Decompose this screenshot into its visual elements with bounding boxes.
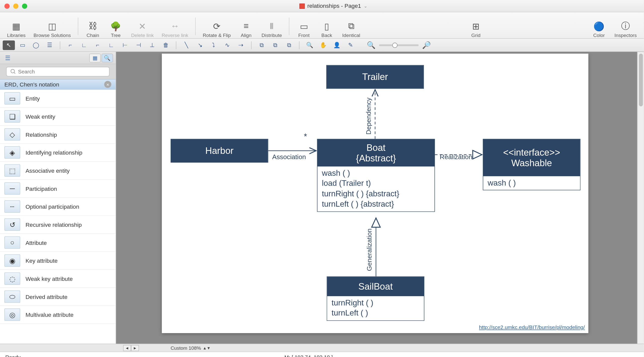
dist-icon: ⫴ <box>265 20 278 32</box>
status-bar: Ready M: [ 192.74, 102.10 ] <box>0 351 644 357</box>
library-header[interactable]: ERD, Chen's notation × <box>0 79 116 90</box>
vertical-scrollbar[interactable] <box>637 52 644 344</box>
toolbar-chain-button[interactable]: ⛓Chain <box>82 14 104 38</box>
shape-item-participation[interactable]: ─Participation <box>0 180 116 198</box>
toolbar-grid-button[interactable]: ⊞Grid <box>465 14 487 38</box>
toolbar-identical-button[interactable]: ⧉Identical <box>339 14 364 38</box>
tool-line1-button[interactable]: ╲ <box>180 40 193 50</box>
close-window-icon[interactable] <box>4 3 10 9</box>
toolbar-tree-button[interactable]: 🌳Tree <box>105 14 127 38</box>
tool-hand-button[interactable]: ✋ <box>317 40 329 50</box>
tool-zoom-tool-button[interactable]: 🔍 <box>303 40 316 50</box>
tool-eyedrop-button[interactable]: ✎ <box>344 40 357 50</box>
tool-conn3-button[interactable]: ⌐ <box>92 40 104 50</box>
shape-glyph-icon: ◈ <box>4 146 20 159</box>
toolbar-label: Rotate & Flip <box>203 32 231 37</box>
toolbar-color-button[interactable]: 🔵Color <box>588 14 610 38</box>
page-nav: ◄ ► <box>123 345 139 351</box>
maximize-window-icon[interactable] <box>22 3 27 9</box>
uml-class-boat[interactable]: Boat {Abstract} wash ( )load (Trailer t)… <box>317 139 435 211</box>
tool-line2-button[interactable]: ↘ <box>194 40 206 50</box>
shape-item-identifying-relationship[interactable]: ◈Identifying relationship <box>0 144 116 162</box>
tool-conn7-button[interactable]: ⊥ <box>146 40 158 50</box>
canvas-area[interactable]: Trailer Harbor Boat {Abstract} wash ( )l… <box>116 52 644 344</box>
zoom-in-icon[interactable]: 🔎 <box>422 41 431 49</box>
tool-conn4-button[interactable]: ∟ <box>105 40 117 50</box>
library-panel-icon[interactable]: ☰ <box>3 53 13 62</box>
zoom-control[interactable]: Custom 108% ▲▼ <box>171 345 211 350</box>
search-input[interactable] <box>6 67 109 76</box>
shape-item-recursive-relationship[interactable]: ↺Recursive relationship <box>0 216 116 234</box>
shape-item-label: Weak key attribute <box>25 275 73 282</box>
tool-person-button[interactable]: 👤 <box>331 40 343 50</box>
shape-item-optional-participation[interactable]: ┄Optional participation <box>0 198 116 216</box>
tool-line4-button[interactable]: ∿ <box>221 40 233 50</box>
tool-conn6-button[interactable]: ⊣ <box>132 40 145 50</box>
tree-icon: 🌳 <box>109 20 122 32</box>
shape-item-associative-entity[interactable]: ⬚Associative entity <box>0 162 116 180</box>
ident-icon: ⧉ <box>345 20 358 32</box>
zoom-stepper-icon[interactable]: ▲▼ <box>203 346 211 350</box>
grid-icon: ⊞ <box>469 20 482 32</box>
tool-conn1-button[interactable]: ⌐ <box>64 40 76 50</box>
tool-conn5-button[interactable]: ⊢ <box>119 40 131 50</box>
page-prev-button[interactable]: ◄ <box>123 345 131 351</box>
uml-class-trailer[interactable]: Trailer <box>326 65 424 89</box>
shape-item-label: Entity <box>25 95 40 102</box>
tool-group1-button[interactable]: ⧉ <box>256 40 268 50</box>
toolbar-label: Delete link <box>131 32 154 37</box>
shape-glyph-icon: ◎ <box>4 308 20 321</box>
toolbar-libraries-button[interactable]: ▦Libraries <box>4 14 29 38</box>
toolbar-align-button[interactable]: ≡Align <box>235 14 257 38</box>
shape-glyph-icon: ▭ <box>4 92 20 105</box>
toolbar-front-button[interactable]: ▭Front <box>293 14 315 38</box>
toolbar-browse-solutions-button[interactable]: ◫Browse Solutions <box>30 14 74 38</box>
shape-glyph-icon: ○ <box>4 236 20 249</box>
shape-item-label: Optional participation <box>25 203 79 210</box>
source-link[interactable]: http://sce2.umkc.edu/BIT/burrise/pl/mode… <box>479 324 585 330</box>
tool-text-button[interactable]: ☰ <box>44 40 56 50</box>
window-controls <box>4 3 27 9</box>
minimize-window-icon[interactable] <box>13 3 18 9</box>
grid-view-button[interactable]: ▦ <box>89 53 101 62</box>
uml-class-harbor[interactable]: Harbor <box>171 139 268 162</box>
page-canvas[interactable]: Trailer Harbor Boat {Abstract} wash ( )l… <box>162 54 588 333</box>
shape-item-weak-entity[interactable]: ❏Weak entity <box>0 108 116 126</box>
tool-ellipse-button[interactable]: ◯ <box>30 40 42 50</box>
browse-icon: ◫ <box>46 20 59 32</box>
shape-item-relationship[interactable]: ◇Relationship <box>0 126 116 144</box>
zoom-slider[interactable] <box>379 44 419 46</box>
window-title-text: relationships - Page1 <box>307 3 361 9</box>
shape-item-label: Attribute <box>25 239 47 246</box>
tool-pointer-button[interactable]: ↖ <box>3 40 15 50</box>
tool-line3-button[interactable]: ⤵ <box>208 40 220 50</box>
tool-rect-button[interactable]: ▭ <box>16 40 29 50</box>
shape-item-label: Key attribute <box>25 257 58 264</box>
search-mode-button[interactable]: 🔍 <box>102 53 113 62</box>
uml-class-sailboat[interactable]: SailBoat turnRight ( )turnLeft ( ) <box>327 276 424 321</box>
close-library-icon[interactable]: × <box>104 81 111 88</box>
toolbar-back-button[interactable]: ▯Back <box>316 14 338 38</box>
tool-line5-button[interactable]: ⇢ <box>235 40 247 50</box>
shape-item-attribute[interactable]: ○Attribute <box>0 234 116 252</box>
uml-interface-washable[interactable]: <<interface>> Washable wash ( ) <box>483 139 580 190</box>
zoom-out-icon[interactable]: 🔍 <box>367 41 376 49</box>
shape-item-multivalue-attribute[interactable]: ◎Multivalue attribute <box>0 306 116 324</box>
library-header-label: ERD, Chen's notation <box>4 81 59 88</box>
tool-trash-button[interactable]: 🗑 <box>160 40 172 50</box>
shape-item-derived-attribute[interactable]: ⬭Derived attribute <box>0 288 116 306</box>
toolbar-inspectors-button[interactable]: ⓘInspectors <box>611 14 640 38</box>
toolbar-rotate-flip-button[interactable]: ⟳Rotate & Flip <box>199 14 234 38</box>
page-next-button[interactable]: ► <box>131 345 139 351</box>
toolbar-distribute-button[interactable]: ⫴Distribute <box>258 14 286 38</box>
back-icon: ▯ <box>320 20 333 32</box>
shape-item-weak-key-attribute[interactable]: ◌Weak key attribute <box>0 270 116 288</box>
tool-group3-button[interactable]: ⧉ <box>283 40 295 50</box>
tool-conn2-button[interactable]: ∟ <box>78 40 90 50</box>
tool-group2-button[interactable]: ⧉ <box>269 40 281 50</box>
shape-item-key-attribute[interactable]: ◉Key attribute <box>0 252 116 270</box>
chevron-down-icon[interactable]: ⌄ <box>364 4 367 8</box>
lib-icon: ▦ <box>10 20 23 32</box>
shape-item-entity[interactable]: ▭Entity <box>0 90 116 108</box>
titlebar: relationships - Page1 ⌄ <box>0 0 644 12</box>
